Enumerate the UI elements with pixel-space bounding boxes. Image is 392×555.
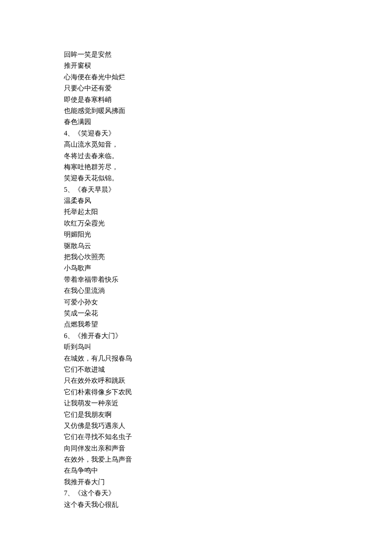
text-line: 冬将过去春来临。	[64, 150, 392, 162]
text-line: 梅寒吐艳群芳尽，	[64, 162, 392, 173]
text-line: 让我萌发一种亲近	[64, 398, 392, 409]
text-line: 托举起太阳	[64, 206, 392, 217]
text-line: 在我心里流淌	[64, 285, 392, 296]
text-line: 把我心坎照亮	[64, 251, 392, 263]
text-line: 这个春天我心很乱	[64, 499, 392, 510]
text-line: 推开窗棂	[64, 60, 392, 71]
text-line: 笑成一朵花	[64, 308, 392, 319]
text-line: 它们是我朋友啊	[64, 409, 392, 420]
text-line: 带着幸福带着快乐	[64, 274, 392, 285]
text-line: 可爱小孙女	[64, 297, 392, 308]
text-line: 点燃我希望	[64, 319, 392, 330]
text-line: 高山流水觅知音，	[64, 139, 392, 150]
text-line: 也能感觉到暖风拂面	[64, 105, 392, 116]
text-line: 4、《笑迎春天》	[64, 128, 392, 139]
text-line: 它们朴素得像乡下农民	[64, 387, 392, 398]
text-line: 它们在寻找不知名虫子	[64, 431, 392, 442]
text-line: 5、《春天早晨》	[64, 184, 392, 195]
document-page: 回眸一笑是安然推开窗棂心海便在春光中灿烂只要心中还有爱即使是春寒料峭也能感觉到暖…	[0, 0, 392, 555]
text-line: 向同伴发出亲和声音	[64, 443, 392, 454]
text-line: 又仿佛是我巧遇亲人	[64, 420, 392, 431]
text-line: 在城效，有几只报春鸟	[64, 353, 392, 364]
text-line: 吹红万朵霞光	[64, 218, 392, 229]
text-line: 7、《这个春天》	[64, 488, 392, 499]
text-line: 小鸟歌声	[64, 263, 392, 274]
text-line: 在效外，我爱上鸟声音	[64, 454, 392, 465]
text-body: 回眸一笑是安然推开窗棂心海便在春光中灿烂只要心中还有爱即使是春寒料峭也能感觉到暖…	[64, 49, 392, 510]
text-line: 在鸟争鸣中	[64, 465, 392, 476]
text-line: 心海便在春光中灿烂	[64, 72, 392, 83]
text-line: 春色满园	[64, 116, 392, 127]
text-line: 明媚阳光	[64, 229, 392, 240]
text-line: 听到鸟叫	[64, 341, 392, 353]
text-line: 我推开春大门	[64, 477, 392, 488]
text-line: 温柔春风	[64, 195, 392, 206]
text-line: 6、《推开春大门》	[64, 330, 392, 341]
text-line: 它们不敢进城	[64, 364, 392, 375]
text-line: 回眸一笑是安然	[64, 49, 392, 60]
text-line: 笑迎春天花似锦。	[64, 173, 392, 184]
text-line: 只要心中还有爱	[64, 83, 392, 94]
text-line: 驱散乌云	[64, 240, 392, 251]
text-line: 只在效外欢呼和跳跃	[64, 375, 392, 386]
text-line: 即使是春寒料峭	[64, 94, 392, 105]
